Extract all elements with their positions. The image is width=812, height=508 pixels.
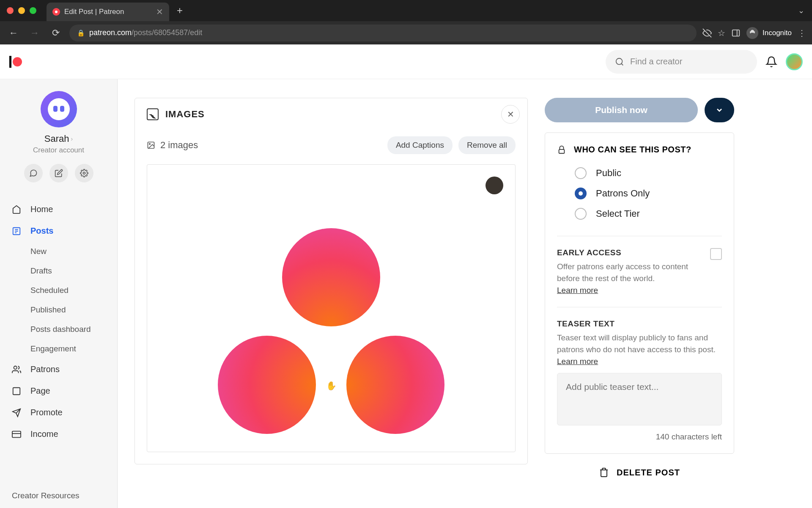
publish-now-button[interactable]: Publish now [545, 98, 698, 122]
grab-cursor-icon: ✋ [326, 381, 337, 391]
user-avatar[interactable] [786, 53, 803, 70]
image-action-icon[interactable] [486, 177, 503, 194]
image-icon [147, 141, 155, 149]
profile-name[interactable]: Sarah› [44, 133, 73, 144]
income-icon [12, 430, 23, 439]
profile-avatar[interactable] [41, 91, 77, 127]
close-panel-button[interactable]: ✕ [501, 105, 520, 124]
trash-icon [599, 467, 609, 478]
window-maximize-icon[interactable] [30, 7, 36, 14]
panel-icon[interactable] [731, 28, 741, 38]
image-circle-1 [282, 228, 380, 326]
nav-home[interactable]: Home [0, 199, 117, 220]
window-close-icon[interactable] [7, 7, 14, 14]
radio-select-tier[interactable]: Select Tier [557, 204, 722, 224]
url-field[interactable]: 🔒 patreon.com/posts/68054587/edit [69, 25, 697, 41]
svg-line-3 [621, 64, 623, 65]
reload-button[interactable]: ⟳ [48, 25, 63, 41]
notifications-icon[interactable] [765, 56, 777, 68]
teaser-desc: Teaser text will display publicly to fan… [557, 332, 722, 355]
tabs-menu-icon[interactable]: ⌄ [798, 6, 804, 15]
edit-button[interactable] [49, 164, 68, 182]
teaser-learn-more[interactable]: Learn more [557, 357, 598, 366]
promote-icon [12, 408, 23, 417]
teaser-input[interactable] [557, 373, 722, 425]
sidebar: Sarah› Creator account Home Posts New Dr… [0, 79, 118, 508]
image-circle-3 [346, 336, 444, 434]
visibility-panel: WHO CAN SEE THIS POST? Public Patrons On… [545, 133, 734, 454]
settings-button[interactable] [75, 164, 93, 182]
page-icon [12, 387, 23, 396]
image-circle-2 [218, 336, 316, 434]
nav-income[interactable]: Income [0, 423, 117, 445]
search-box[interactable] [606, 50, 757, 74]
app-header [0, 44, 812, 79]
early-access-desc: Offer patrons early access to content be… [557, 261, 704, 284]
nav-page[interactable]: Page [0, 380, 117, 402]
radio-patrons-only[interactable]: Patrons Only [557, 183, 722, 204]
nav-engagement[interactable]: Engagement [30, 339, 117, 359]
patreon-favicon-icon [52, 8, 60, 16]
early-access-checkbox[interactable] [710, 248, 722, 260]
browser-tab-bar: Edit Post | Patreon ✕ + ⌄ [0, 0, 812, 21]
profile-subtitle: Creator account [33, 146, 84, 155]
content-area: IMAGES ✕ 2 images Add Captions Remove al… [118, 79, 812, 508]
nav-patrons[interactable]: Patrons [0, 359, 117, 380]
patrons-icon [12, 365, 23, 374]
publish-menu-button[interactable] [705, 98, 734, 122]
home-icon [12, 205, 23, 214]
nav-list: Home Posts New Drafts Scheduled Publishe… [0, 194, 117, 483]
svg-point-16 [149, 144, 151, 145]
chat-button[interactable] [24, 164, 43, 182]
svg-point-4 [83, 172, 85, 174]
nav-drafts[interactable]: Drafts [30, 261, 117, 281]
radio-public[interactable]: Public [557, 163, 722, 183]
add-captions-button[interactable]: Add Captions [387, 136, 453, 154]
lock-icon: 🔒 [77, 29, 85, 37]
browser-chrome: Edit Post | Patreon ✕ + ⌄ ← → ⟳ 🔒 patreo… [0, 0, 812, 44]
early-access-learn-more[interactable]: Learn more [557, 286, 598, 295]
back-button[interactable]: ← [6, 25, 21, 41]
svg-point-9 [14, 366, 17, 369]
star-icon[interactable]: ☆ [718, 28, 725, 38]
url-text: patreon.com/posts/68054587/edit [89, 28, 202, 37]
nav-promote[interactable]: Promote [0, 402, 117, 423]
remove-all-button[interactable]: Remove all [458, 136, 516, 154]
delete-post-button[interactable]: DELETE POST [545, 467, 734, 478]
profile-section: Sarah› Creator account [0, 91, 117, 194]
incognito-icon [746, 27, 758, 39]
svg-rect-13 [12, 431, 21, 437]
window-controls [7, 7, 36, 14]
new-tab-button[interactable]: + [177, 5, 183, 17]
svg-rect-0 [732, 30, 740, 36]
image-preview[interactable]: ✋ [147, 164, 516, 452]
images-panel: IMAGES ✕ 2 images Add Captions Remove al… [134, 98, 528, 464]
search-icon [615, 57, 624, 66]
browser-menu-icon[interactable]: ⋮ [798, 28, 806, 38]
nav-posts[interactable]: Posts [0, 220, 117, 242]
visibility-title: WHO CAN SEE THIS POST? [574, 145, 691, 155]
image-count: 2 images [147, 140, 198, 151]
incognito-indicator[interactable]: Incognito [746, 27, 792, 39]
svg-rect-17 [559, 149, 565, 153]
posts-icon [12, 226, 23, 236]
browser-actions: ☆ Incognito ⋮ [702, 27, 806, 39]
address-bar: ← → ⟳ 🔒 patreon.com/posts/68054587/edit … [0, 21, 812, 44]
nav-published[interactable]: Published [30, 300, 117, 320]
nav-scheduled[interactable]: Scheduled [30, 281, 117, 300]
nav-creator-resources[interactable]: Creator Resources [0, 483, 117, 508]
patreon-logo[interactable] [9, 56, 22, 68]
teaser-char-count: 140 characters left [557, 432, 722, 442]
browser-tab[interactable]: Edit Post | Patreon ✕ [47, 3, 169, 21]
early-access-title: EARLY ACCESS [557, 248, 704, 257]
eye-off-icon[interactable] [702, 28, 712, 38]
nav-new[interactable]: New [30, 242, 117, 261]
search-input[interactable] [630, 57, 748, 66]
teaser-title: TEASER TEXT [557, 319, 722, 329]
images-panel-title: IMAGES [165, 109, 205, 120]
images-icon [147, 108, 159, 120]
tab-close-icon[interactable]: ✕ [156, 7, 163, 17]
lock-icon [557, 145, 566, 155]
nav-dashboard[interactable]: Posts dashboard [30, 320, 117, 339]
window-minimize-icon[interactable] [18, 7, 25, 14]
